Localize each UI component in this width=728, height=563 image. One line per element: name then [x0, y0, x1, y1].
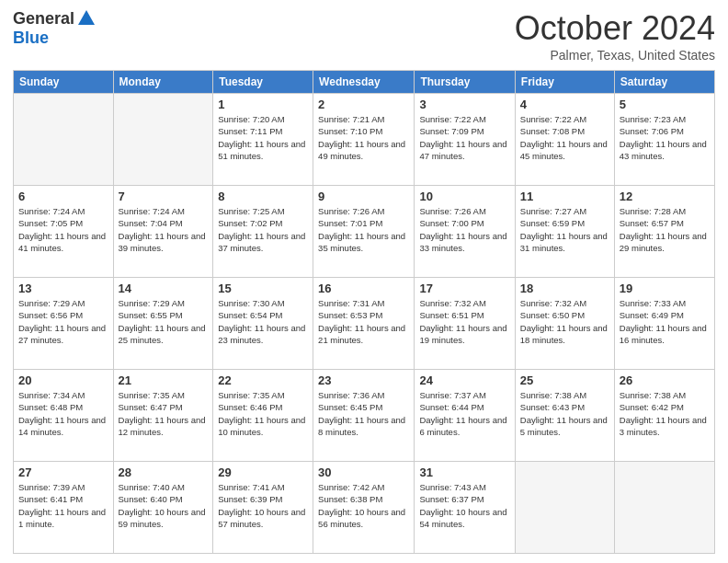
- calendar-cell: 4Sunrise: 7:22 AM Sunset: 7:08 PM Daylig…: [515, 94, 614, 186]
- day-number: 19: [620, 282, 710, 295]
- header: General Blue October 2024 Palmer, Texas,…: [13, 9, 715, 63]
- day-info: Sunrise: 7:35 AM Sunset: 6:46 PM Dayligh…: [218, 389, 308, 438]
- calendar-cell: 30Sunrise: 7:42 AM Sunset: 6:38 PM Dayli…: [313, 462, 415, 554]
- day-header-sunday: Sunday: [14, 71, 114, 94]
- calendar-cell: 23Sunrise: 7:36 AM Sunset: 6:45 PM Dayli…: [313, 370, 415, 462]
- day-info: Sunrise: 7:29 AM Sunset: 6:55 PM Dayligh…: [119, 297, 209, 346]
- day-info: Sunrise: 7:35 AM Sunset: 6:47 PM Dayligh…: [119, 389, 209, 438]
- day-header-saturday: Saturday: [614, 71, 714, 94]
- calendar-cell: 10Sunrise: 7:26 AM Sunset: 7:00 PM Dayli…: [415, 186, 515, 278]
- calendar-page: General Blue October 2024 Palmer, Texas,…: [0, 0, 728, 563]
- day-number: 23: [318, 373, 409, 387]
- calendar-cell: 3Sunrise: 7:22 AM Sunset: 7:09 PM Daylig…: [415, 94, 515, 186]
- day-header-thursday: Thursday: [415, 71, 515, 94]
- day-number: 9: [318, 190, 409, 203]
- day-number: 20: [18, 373, 108, 387]
- day-info: Sunrise: 7:20 AM Sunset: 7:11 PM Dayligh…: [218, 113, 308, 162]
- week-row-1: 1Sunrise: 7:20 AM Sunset: 7:11 PM Daylig…: [14, 94, 715, 186]
- calendar-cell: 17Sunrise: 7:32 AM Sunset: 6:51 PM Dayli…: [415, 278, 515, 370]
- logo-general-text: General: [13, 9, 74, 29]
- day-info: Sunrise: 7:23 AM Sunset: 7:06 PM Dayligh…: [620, 113, 710, 162]
- calendar-cell: 28Sunrise: 7:40 AM Sunset: 6:40 PM Dayli…: [113, 462, 213, 554]
- day-number: 8: [218, 190, 308, 203]
- day-info: Sunrise: 7:43 AM Sunset: 6:37 PM Dayligh…: [419, 481, 509, 530]
- day-info: Sunrise: 7:24 AM Sunset: 7:05 PM Dayligh…: [18, 205, 108, 254]
- calendar-cell: 11Sunrise: 7:27 AM Sunset: 6:59 PM Dayli…: [515, 186, 614, 278]
- calendar-cell: 15Sunrise: 7:30 AM Sunset: 6:54 PM Dayli…: [213, 278, 313, 370]
- day-number: 11: [520, 190, 609, 203]
- day-number: 12: [620, 190, 710, 203]
- day-header-friday: Friday: [515, 71, 614, 94]
- day-info: Sunrise: 7:26 AM Sunset: 7:01 PM Dayligh…: [318, 205, 409, 254]
- day-number: 30: [318, 465, 409, 479]
- day-info: Sunrise: 7:37 AM Sunset: 6:44 PM Dayligh…: [419, 389, 509, 438]
- day-info: Sunrise: 7:41 AM Sunset: 6:39 PM Dayligh…: [218, 481, 308, 530]
- day-info: Sunrise: 7:39 AM Sunset: 6:41 PM Dayligh…: [18, 481, 108, 530]
- day-info: Sunrise: 7:31 AM Sunset: 6:53 PM Dayligh…: [318, 297, 409, 346]
- calendar-cell: 12Sunrise: 7:28 AM Sunset: 6:57 PM Dayli…: [614, 186, 714, 278]
- logo-blue-text: Blue: [13, 29, 49, 48]
- calendar-cell: 1Sunrise: 7:20 AM Sunset: 7:11 PM Daylig…: [213, 94, 313, 186]
- day-number: 14: [119, 282, 209, 295]
- week-row-3: 13Sunrise: 7:29 AM Sunset: 6:56 PM Dayli…: [14, 278, 715, 370]
- day-info: Sunrise: 7:29 AM Sunset: 6:56 PM Dayligh…: [18, 297, 108, 346]
- day-info: Sunrise: 7:32 AM Sunset: 6:50 PM Dayligh…: [520, 297, 609, 346]
- calendar-cell: 9Sunrise: 7:26 AM Sunset: 7:01 PM Daylig…: [313, 186, 415, 278]
- day-number: 4: [520, 98, 609, 111]
- day-number: 24: [419, 373, 509, 387]
- calendar-cell: 21Sunrise: 7:35 AM Sunset: 6:47 PM Dayli…: [113, 370, 213, 462]
- day-number: 16: [318, 282, 409, 295]
- calendar-cell: 25Sunrise: 7:38 AM Sunset: 6:43 PM Dayli…: [515, 370, 614, 462]
- calendar-cell: 13Sunrise: 7:29 AM Sunset: 6:56 PM Dayli…: [14, 278, 114, 370]
- calendar-cell: 22Sunrise: 7:35 AM Sunset: 6:46 PM Dayli…: [213, 370, 313, 462]
- calendar-cell: 20Sunrise: 7:34 AM Sunset: 6:48 PM Dayli…: [14, 370, 114, 462]
- day-info: Sunrise: 7:42 AM Sunset: 6:38 PM Dayligh…: [318, 481, 409, 530]
- logo-area: General Blue: [13, 9, 95, 48]
- logo-triangle-icon: [78, 10, 95, 25]
- calendar-cell: 8Sunrise: 7:25 AM Sunset: 7:02 PM Daylig…: [213, 186, 313, 278]
- day-info: Sunrise: 7:22 AM Sunset: 7:08 PM Dayligh…: [520, 113, 609, 162]
- day-number: 17: [419, 282, 509, 295]
- day-header-tuesday: Tuesday: [213, 71, 313, 94]
- calendar-cell: [14, 94, 114, 186]
- calendar-cell: [113, 94, 213, 186]
- calendar-cell: 19Sunrise: 7:33 AM Sunset: 6:49 PM Dayli…: [614, 278, 714, 370]
- day-info: Sunrise: 7:36 AM Sunset: 6:45 PM Dayligh…: [318, 389, 409, 438]
- day-number: 13: [18, 282, 108, 295]
- day-number: 15: [218, 282, 308, 295]
- title-area: October 2024 Palmer, Texas, United State…: [515, 9, 715, 63]
- day-info: Sunrise: 7:21 AM Sunset: 7:10 PM Dayligh…: [318, 113, 409, 162]
- day-number: 27: [18, 465, 108, 479]
- day-info: Sunrise: 7:27 AM Sunset: 6:59 PM Dayligh…: [520, 205, 609, 254]
- day-number: 18: [520, 282, 609, 295]
- calendar-cell: 5Sunrise: 7:23 AM Sunset: 7:06 PM Daylig…: [614, 94, 714, 186]
- header-row: SundayMondayTuesdayWednesdayThursdayFrid…: [14, 71, 715, 94]
- month-title: October 2024: [515, 9, 715, 48]
- day-number: 7: [119, 190, 209, 203]
- day-info: Sunrise: 7:22 AM Sunset: 7:09 PM Dayligh…: [419, 113, 509, 162]
- day-info: Sunrise: 7:33 AM Sunset: 6:49 PM Dayligh…: [620, 297, 710, 346]
- week-row-5: 27Sunrise: 7:39 AM Sunset: 6:41 PM Dayli…: [14, 462, 715, 554]
- logo: General: [13, 9, 95, 29]
- day-number: 10: [419, 190, 509, 203]
- day-info: Sunrise: 7:34 AM Sunset: 6:48 PM Dayligh…: [18, 389, 108, 438]
- day-info: Sunrise: 7:26 AM Sunset: 7:00 PM Dayligh…: [419, 205, 509, 254]
- day-info: Sunrise: 7:28 AM Sunset: 6:57 PM Dayligh…: [620, 205, 710, 254]
- calendar-cell: 6Sunrise: 7:24 AM Sunset: 7:05 PM Daylig…: [14, 186, 114, 278]
- calendar-cell: 2Sunrise: 7:21 AM Sunset: 7:10 PM Daylig…: [313, 94, 415, 186]
- calendar-cell: 18Sunrise: 7:32 AM Sunset: 6:50 PM Dayli…: [515, 278, 614, 370]
- day-header-wednesday: Wednesday: [313, 71, 415, 94]
- day-number: 25: [520, 373, 609, 387]
- day-info: Sunrise: 7:40 AM Sunset: 6:40 PM Dayligh…: [119, 481, 209, 530]
- day-number: 6: [18, 190, 108, 203]
- calendar-cell: 26Sunrise: 7:38 AM Sunset: 6:42 PM Dayli…: [614, 370, 714, 462]
- day-number: 26: [620, 373, 710, 387]
- calendar-cell: 24Sunrise: 7:37 AM Sunset: 6:44 PM Dayli…: [415, 370, 515, 462]
- week-row-2: 6Sunrise: 7:24 AM Sunset: 7:05 PM Daylig…: [14, 186, 715, 278]
- day-info: Sunrise: 7:30 AM Sunset: 6:54 PM Dayligh…: [218, 297, 308, 346]
- day-number: 31: [419, 465, 509, 479]
- calendar-table: SundayMondayTuesdayWednesdayThursdayFrid…: [13, 70, 715, 554]
- day-info: Sunrise: 7:38 AM Sunset: 6:43 PM Dayligh…: [520, 389, 609, 438]
- day-info: Sunrise: 7:38 AM Sunset: 6:42 PM Dayligh…: [620, 389, 710, 438]
- day-number: 5: [620, 98, 710, 111]
